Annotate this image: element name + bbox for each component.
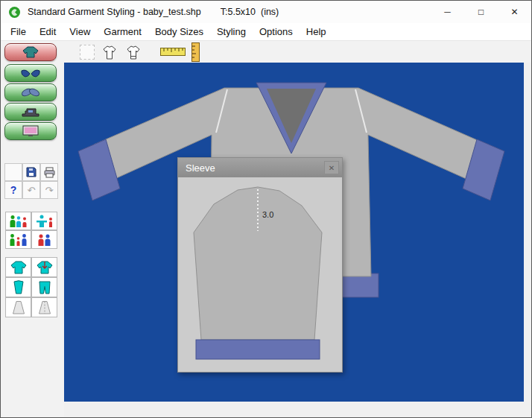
window-controls: ─ □ ✕ <box>431 1 531 23</box>
person-measure-icon <box>34 214 55 228</box>
garment-trim-outline-icon[interactable] <box>124 44 142 60</box>
knit-top-marked-button[interactable] <box>31 257 57 277</box>
cyan-top-arrow-icon <box>35 259 54 275</box>
sleeve-pattern-drawing: 3.0 <box>178 177 342 372</box>
blank-tool-slot <box>4 163 22 181</box>
menu-styling[interactable]: Styling <box>210 26 253 37</box>
sleeve-style-button[interactable] <box>4 83 57 101</box>
print-button[interactable] <box>40 163 58 181</box>
app-window: Standard Garment Styling - baby_test.shp… <box>0 0 532 418</box>
size-group-button[interactable] <box>5 212 31 230</box>
save-button[interactable] <box>22 163 40 181</box>
size-family-button[interactable] <box>5 230 31 249</box>
hem-style-button[interactable] <box>4 103 57 121</box>
floppy-icon <box>25 166 37 178</box>
undo-button[interactable]: ↶ <box>22 181 40 199</box>
monitor-icon <box>19 124 42 138</box>
size-measure-button[interactable] <box>31 212 57 230</box>
sleeve-dialog-titlebar[interactable]: Sleeve ✕ <box>178 158 342 177</box>
horizontal-ruler-icon[interactable] <box>160 48 186 56</box>
collar-style-button[interactable] <box>4 64 57 82</box>
redo-icon: ↷ <box>45 185 54 196</box>
sweater-icon <box>19 45 42 59</box>
menu-edit[interactable]: Edit <box>33 26 63 37</box>
sleeve-dialog-body: 3.0 <box>178 177 342 372</box>
vertical-ruler-icon[interactable] <box>191 42 200 62</box>
people-pair-icon <box>34 232 55 247</box>
garment-style-button[interactable] <box>4 43 57 61</box>
menu-garment[interactable]: Garment <box>97 26 148 37</box>
body-size-tool-grid <box>5 212 57 249</box>
sleeve-piece[interactable] <box>194 187 322 340</box>
hem-machine-icon <box>19 106 42 118</box>
sleeve-cuff-band[interactable] <box>196 340 320 359</box>
sleeve-icon <box>19 86 42 99</box>
menu-view[interactable]: View <box>63 26 97 37</box>
titlebar: Standard Garment Styling - baby_test.shp… <box>1 1 531 23</box>
printer-icon <box>43 167 56 178</box>
window-title: Standard Garment Styling - baby_test.shp <box>28 7 201 17</box>
sleeve-dialog-title: Sleeve <box>186 162 324 174</box>
collar-icon <box>19 68 42 79</box>
file-tool-grid: ? ↶ ↷ <box>4 163 58 199</box>
people-group-icon <box>8 214 29 228</box>
app-icon <box>8 6 21 19</box>
sleeve-dialog: Sleeve ✕ 3.0 <box>177 157 343 373</box>
sleeve-piece-button[interactable] <box>5 277 31 297</box>
garment-outline-icon[interactable] <box>101 44 118 60</box>
drawing-canvas[interactable]: Sleeve ✕ 3.0 <box>64 63 524 402</box>
sleeve-measurement-value: 3.0 <box>262 210 273 219</box>
minimize-button[interactable]: ─ <box>431 1 464 23</box>
maximize-button[interactable]: □ <box>464 1 498 23</box>
cyan-top-icon <box>9 259 28 275</box>
skirt-piece-lined-button[interactable] <box>31 297 57 317</box>
help-button[interactable]: ? <box>4 181 22 199</box>
gray-skirt-lined-icon <box>35 300 54 315</box>
menu-file[interactable]: File <box>4 26 33 37</box>
window-dims-label: T:5.5x10 (ins) <box>221 7 279 17</box>
help-icon: ? <box>10 184 17 196</box>
cyan-sleeve-icon <box>9 279 28 295</box>
gray-skirt-icon <box>9 300 28 315</box>
close-button[interactable]: ✕ <box>498 1 531 23</box>
family-icon <box>8 232 29 247</box>
selection-rect-icon[interactable] <box>80 45 95 60</box>
screen-preview-button[interactable] <box>4 122 57 140</box>
sidebar: ? ↶ ↷ <box>1 41 64 418</box>
pants-piece-button[interactable] <box>31 277 57 297</box>
menu-help[interactable]: Help <box>300 26 333 37</box>
undo-icon: ↶ <box>28 185 36 196</box>
menubar: File Edit View Garment Body Sizes Stylin… <box>1 23 531 41</box>
skirt-piece-button[interactable] <box>5 297 31 317</box>
cyan-pants-icon <box>35 279 54 295</box>
toolbar <box>1 41 531 63</box>
size-pair-button[interactable] <box>31 230 57 249</box>
redo-button[interactable]: ↷ <box>40 181 58 199</box>
menu-options[interactable]: Options <box>253 26 300 37</box>
garment-tool-grid <box>5 257 57 317</box>
sleeve-dialog-close-button[interactable]: ✕ <box>324 161 339 174</box>
knit-top-button[interactable] <box>5 257 31 277</box>
menu-body-sizes[interactable]: Body Sizes <box>148 26 210 37</box>
